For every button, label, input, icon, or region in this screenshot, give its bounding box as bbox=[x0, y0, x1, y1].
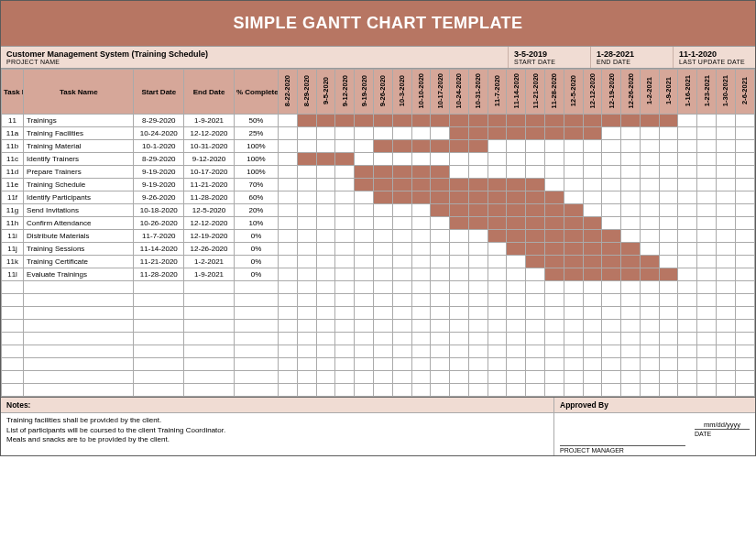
cell[interactable]: 12-12-2020 bbox=[184, 127, 235, 140]
empty-cell[interactable] bbox=[355, 320, 374, 333]
empty-cell[interactable] bbox=[507, 294, 526, 307]
empty-cell[interactable] bbox=[621, 281, 641, 294]
empty-cell[interactable] bbox=[134, 307, 184, 320]
empty-cell[interactable] bbox=[583, 333, 602, 345]
empty-cell[interactable] bbox=[697, 345, 717, 358]
empty-cell[interactable] bbox=[659, 358, 678, 371]
cell[interactable]: 11-21-2020 bbox=[184, 179, 235, 191]
empty-cell[interactable] bbox=[545, 307, 564, 320]
empty-cell[interactable] bbox=[234, 371, 278, 384]
empty-cell[interactable] bbox=[335, 333, 355, 345]
empty-cell[interactable] bbox=[297, 384, 316, 397]
empty-cell[interactable] bbox=[392, 384, 411, 397]
empty-cell[interactable] bbox=[488, 371, 507, 384]
cell[interactable]: 11-7-2020 bbox=[134, 230, 184, 243]
cell[interactable]: 11k bbox=[2, 256, 24, 268]
cell[interactable]: 0% bbox=[234, 230, 278, 243]
empty-cell[interactable] bbox=[602, 307, 621, 320]
empty-cell[interactable] bbox=[526, 320, 545, 333]
empty-cell[interactable] bbox=[2, 307, 24, 320]
empty-cell[interactable] bbox=[621, 320, 641, 333]
cell[interactable]: 10-1-2020 bbox=[134, 140, 184, 153]
cell[interactable]: 0% bbox=[234, 268, 278, 281]
empty-cell[interactable] bbox=[507, 333, 526, 345]
empty-cell[interactable] bbox=[2, 358, 24, 371]
cell[interactable]: 11-28-2020 bbox=[134, 268, 184, 281]
empty-cell[interactable] bbox=[335, 307, 355, 320]
empty-cell[interactable] bbox=[583, 307, 602, 320]
empty-cell[interactable] bbox=[468, 320, 488, 333]
empty-cell[interactable] bbox=[316, 371, 335, 384]
empty-cell[interactable] bbox=[316, 384, 335, 397]
cell[interactable]: 11-14-2020 bbox=[134, 243, 184, 256]
empty-cell[interactable] bbox=[355, 307, 374, 320]
cell[interactable]: 9-26-2020 bbox=[134, 191, 184, 204]
empty-cell[interactable] bbox=[411, 281, 431, 294]
empty-cell[interactable] bbox=[526, 333, 545, 345]
empty-cell[interactable] bbox=[468, 294, 488, 307]
empty-cell[interactable] bbox=[564, 294, 583, 307]
empty-cell[interactable] bbox=[507, 358, 526, 371]
empty-cell[interactable] bbox=[468, 281, 488, 294]
empty-cell[interactable] bbox=[564, 307, 583, 320]
empty-cell[interactable] bbox=[621, 345, 641, 358]
empty-cell[interactable] bbox=[134, 281, 184, 294]
empty-cell[interactable] bbox=[2, 281, 24, 294]
empty-cell[interactable] bbox=[735, 281, 754, 294]
cell[interactable]: 60% bbox=[234, 191, 278, 204]
empty-cell[interactable] bbox=[717, 294, 736, 307]
empty-cell[interactable] bbox=[717, 307, 736, 320]
empty-cell[interactable] bbox=[450, 307, 469, 320]
empty-cell[interactable] bbox=[583, 281, 602, 294]
empty-cell[interactable] bbox=[602, 294, 621, 307]
cell[interactable]: 9-19-2020 bbox=[134, 166, 184, 179]
empty-cell[interactable] bbox=[355, 358, 374, 371]
empty-cell[interactable] bbox=[717, 281, 736, 294]
empty-cell[interactable] bbox=[184, 345, 235, 358]
empty-cell[interactable] bbox=[526, 345, 545, 358]
empty-cell[interactable] bbox=[717, 333, 736, 345]
empty-cell[interactable] bbox=[392, 307, 411, 320]
empty-cell[interactable] bbox=[526, 384, 545, 397]
empty-cell[interactable] bbox=[488, 358, 507, 371]
cell[interactable]: 20% bbox=[234, 204, 278, 217]
empty-cell[interactable] bbox=[431, 345, 450, 358]
empty-cell[interactable] bbox=[507, 320, 526, 333]
cell[interactable]: 10-18-2020 bbox=[134, 204, 184, 217]
cell[interactable]: 25% bbox=[234, 127, 278, 140]
empty-cell[interactable] bbox=[507, 345, 526, 358]
empty-cell[interactable] bbox=[24, 294, 134, 307]
empty-cell[interactable] bbox=[450, 371, 469, 384]
empty-cell[interactable] bbox=[450, 281, 469, 294]
empty-cell[interactable] bbox=[316, 320, 335, 333]
cell[interactable]: 12-19-2020 bbox=[184, 230, 235, 243]
empty-cell[interactable] bbox=[411, 333, 431, 345]
cell[interactable]: 11g bbox=[2, 204, 24, 217]
cell[interactable]: 11f bbox=[2, 191, 24, 204]
cell[interactable]: Training Material bbox=[24, 140, 134, 153]
empty-cell[interactable] bbox=[717, 371, 736, 384]
cell[interactable]: 10% bbox=[234, 217, 278, 230]
empty-cell[interactable] bbox=[373, 320, 392, 333]
empty-cell[interactable] bbox=[678, 281, 697, 294]
cell[interactable]: 9-19-2020 bbox=[134, 179, 184, 191]
empty-cell[interactable] bbox=[335, 384, 355, 397]
empty-cell[interactable] bbox=[717, 384, 736, 397]
empty-cell[interactable] bbox=[355, 371, 374, 384]
empty-cell[interactable] bbox=[134, 333, 184, 345]
empty-cell[interactable] bbox=[659, 281, 678, 294]
empty-cell[interactable] bbox=[134, 320, 184, 333]
cell[interactable]: 11-28-2020 bbox=[184, 191, 235, 204]
empty-cell[interactable] bbox=[279, 371, 298, 384]
empty-cell[interactable] bbox=[450, 384, 469, 397]
empty-cell[interactable] bbox=[134, 384, 184, 397]
empty-cell[interactable] bbox=[184, 281, 235, 294]
empty-cell[interactable] bbox=[234, 358, 278, 371]
cell[interactable]: 8-29-2020 bbox=[134, 115, 184, 127]
empty-cell[interactable] bbox=[234, 307, 278, 320]
empty-cell[interactable] bbox=[564, 345, 583, 358]
empty-cell[interactable] bbox=[526, 281, 545, 294]
empty-cell[interactable] bbox=[234, 294, 278, 307]
cell[interactable]: 10-26-2020 bbox=[134, 217, 184, 230]
empty-cell[interactable] bbox=[316, 294, 335, 307]
